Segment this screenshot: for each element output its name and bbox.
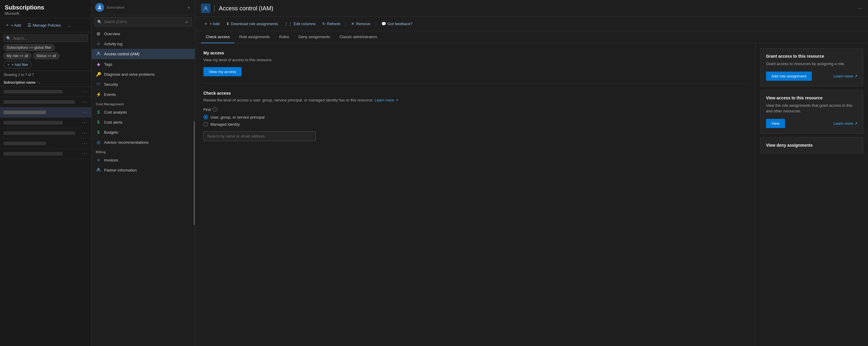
partner-icon — [96, 168, 101, 173]
plus-icon: ＋ — [7, 62, 10, 67]
nav-item-access-control[interactable]: Access control (IAM) — [92, 49, 195, 59]
radio-user-group-indicator — [204, 115, 208, 120]
table-row: ··· — [0, 149, 91, 159]
row-more-button[interactable]: ··· — [82, 141, 88, 146]
nav-search-input[interactable] — [104, 20, 182, 24]
learn-more-link[interactable]: Learn more ↗ — [375, 98, 399, 102]
check-access-title: Check access — [204, 91, 747, 96]
header-more-button[interactable]: ··· — [858, 5, 862, 11]
nav-item-activity-log[interactable]: ≡ Activity log — [92, 39, 195, 49]
sort-icon[interactable]: ↑↓ — [37, 81, 40, 85]
row-more-button[interactable]: ··· — [82, 151, 88, 156]
collapse-button[interactable]: « — [186, 5, 191, 10]
row-more-button[interactable]: ··· — [82, 130, 88, 136]
nav-list: ⊞ Overview ≡ Activity log Access control… — [92, 29, 195, 346]
add-button[interactable]: ＋ + Add — [4, 21, 23, 29]
feedback-button[interactable]: 💬 Got feedback? — [379, 20, 415, 28]
view-deny-card-title: View deny assignments — [766, 143, 858, 148]
events-icon: ⚡ — [96, 92, 101, 97]
nav-item-diagnose[interactable]: 🔑 Diagnose and solve problems — [92, 69, 195, 79]
left-toolbar: ＋ + Add ☰ Manage Policies ... — [0, 18, 91, 32]
nav-item-invoices[interactable]: ≡ Invoices — [92, 155, 195, 165]
view-access-card-desc: View the role assignments that grant acc… — [766, 103, 858, 114]
nav-item-cost-analysis[interactable]: $ Cost analysis — [92, 107, 195, 117]
invoices-icon: ≡ — [96, 158, 101, 162]
more-options-button[interactable]: ... — [66, 22, 72, 29]
plus-icon: ＋ — [5, 23, 9, 28]
nav-item-tags[interactable]: ◆ Tags — [92, 59, 195, 69]
toolbar-add-button[interactable]: ＋ + Add — [201, 19, 222, 28]
row-more-button[interactable]: ··· — [82, 99, 88, 105]
billing-header: Billing — [92, 147, 195, 155]
nav-item-events[interactable]: ⚡ Events — [92, 89, 195, 99]
tab-classic-administrators[interactable]: Classic administrators — [335, 31, 382, 43]
search-collapse-button[interactable]: « — [184, 19, 189, 25]
download-role-assignments-button[interactable]: ⬇ Download role assignments — [224, 20, 281, 28]
page-subtitle: Microsoft — [5, 11, 87, 16]
table-row: ··· — [0, 97, 91, 107]
nav-item-cost-alerts[interactable]: $ Cost alerts — [92, 117, 195, 127]
left-panel: Subscriptions Microsoft ＋ + Add ☰ Manage… — [0, 0, 92, 346]
search-box[interactable]: 🔍 — [4, 35, 88, 42]
right-header: Access control (IAM) ··· — [195, 0, 868, 17]
edit-columns-icon: ⋮⋮ — [284, 22, 292, 26]
nav-item-overview[interactable]: ⊞ Overview — [92, 29, 195, 39]
my-role-filter[interactable]: My role == all — [4, 53, 31, 59]
nav-item-advisor[interactable]: ◎ Advisor recommendations — [92, 137, 195, 147]
status-filter[interactable]: Status == all — [33, 53, 59, 59]
filter-tags: Subscriptions == global filter — [4, 44, 88, 51]
toolbar-separator-2 — [376, 21, 376, 27]
find-info-icon[interactable]: i — [213, 107, 217, 112]
subscription-name-header: Subscription name ↑↓ — [0, 78, 91, 87]
search-icon: 🔍 — [6, 36, 11, 40]
tab-check-access[interactable]: Check access — [201, 31, 235, 43]
view-my-access-button[interactable]: View my access — [204, 67, 242, 76]
add-role-assignment-button[interactable]: Add role assignment — [766, 71, 812, 81]
feedback-icon: 💬 — [381, 22, 386, 26]
tab-role-assignments[interactable]: Role assignments — [235, 31, 274, 43]
cost-analysis-icon: $ — [96, 110, 101, 115]
table-row: ··· — [0, 128, 91, 138]
right-content: My access View my level of access to thi… — [195, 43, 868, 346]
global-filter-tag[interactable]: Subscriptions == global filter — [4, 44, 55, 51]
radio-managed-identity[interactable]: Managed identity — [204, 122, 747, 127]
table-row: ··· — [0, 107, 91, 118]
resource-icon — [95, 3, 104, 12]
budgets-icon: $ — [96, 130, 101, 134]
row-more-button[interactable]: ··· — [82, 110, 88, 115]
policies-icon: ☰ — [28, 23, 31, 28]
tabs-bar: Check access Role assignments Roles Deny… — [195, 31, 868, 43]
security-icon: 🛡 — [96, 82, 101, 87]
svg-point-2 — [98, 168, 99, 170]
scrollbar[interactable] — [194, 121, 195, 225]
tab-deny-assignments[interactable]: Deny assignments — [294, 31, 335, 43]
cost-alerts-icon: $ — [96, 120, 101, 125]
radio-user-group[interactable]: User, group, or service principal — [204, 115, 747, 120]
table-row: ··· — [0, 138, 91, 149]
row-more-button[interactable]: ··· — [82, 89, 88, 94]
svg-point-0 — [99, 6, 100, 7]
row-more-button[interactable]: ··· — [82, 120, 88, 125]
search-input[interactable] — [13, 36, 85, 40]
nav-item-budgets[interactable]: $ Budgets — [92, 127, 195, 137]
grant-access-card-title: Grant access to this resource — [766, 54, 858, 59]
refresh-button[interactable]: ↻ Refresh — [320, 20, 343, 28]
right-panel: Access control (IAM) ··· ＋ + Add ⬇ Downl… — [195, 0, 868, 346]
resource-icon — [201, 4, 211, 13]
name-email-search-input[interactable] — [204, 131, 316, 141]
resource-identity — [201, 4, 211, 13]
tab-roles[interactable]: Roles — [274, 31, 293, 43]
manage-policies-button[interactable]: ☰ Manage Policies — [26, 22, 63, 29]
nav-search-bar[interactable]: 🔍 « — [95, 18, 192, 26]
edit-columns-button[interactable]: ⋮⋮ Edit columns — [282, 20, 318, 28]
add-filter-button[interactable]: ＋ + Add filter — [4, 61, 32, 68]
remove-button[interactable]: ✕ Remove — [349, 20, 373, 28]
grant-access-learn-more-link[interactable]: Learn more ↗ — [834, 74, 858, 78]
right-toolbar: ＋ + Add ⬇ Download role assignments ⋮⋮ E… — [195, 17, 868, 31]
nav-item-partner-info[interactable]: Partner information — [92, 165, 195, 176]
toolbar-separator — [346, 21, 346, 27]
view-access-learn-more-link[interactable]: Learn more ↗ — [834, 121, 858, 126]
filter-bar: 🔍 Subscriptions == global filter My role… — [0, 32, 91, 71]
view-access-button[interactable]: View — [766, 119, 785, 128]
nav-item-security[interactable]: 🛡 Security — [92, 79, 195, 89]
